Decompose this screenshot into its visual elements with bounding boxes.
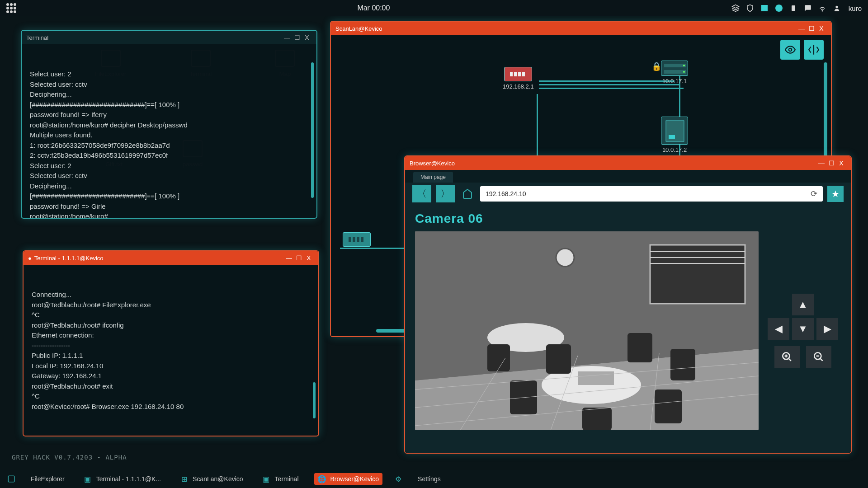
- terminal1-output[interactable]: Select user: 2Selected user: cctvDeciphe…: [22, 44, 316, 218]
- svg-rect-22: [650, 245, 745, 304]
- svg-point-3: [835, 6, 838, 8]
- svg-rect-50: [8, 476, 14, 482]
- task-browser[interactable]: 🌐Browser@Kevico: [314, 473, 383, 485]
- cam-left-button[interactable]: ◀: [768, 318, 789, 340]
- svg-rect-32: [627, 333, 652, 362]
- square-icon[interactable]: [760, 4, 769, 13]
- svg-rect-8: [518, 72, 521, 76]
- circle-icon[interactable]: [774, 4, 783, 13]
- browser-title: Browser@Kevico: [410, 160, 455, 167]
- maximize-button[interactable]: ☐: [292, 34, 302, 41]
- maximize-button[interactable]: ☐: [826, 160, 836, 167]
- node-server1-label: 10.0.17.1: [662, 78, 687, 84]
- terminal-window-1[interactable]: Terminal — ☐ X Select user: 2Selected us…: [21, 30, 317, 219]
- camera-feed: [415, 231, 759, 430]
- scan-split-tool[interactable]: [804, 40, 824, 60]
- close-button[interactable]: X: [302, 34, 312, 41]
- zoom-in-button[interactable]: [774, 346, 800, 368]
- svg-rect-10: [664, 64, 686, 67]
- home-button[interactable]: [459, 186, 476, 202]
- terminal2-output[interactable]: Connecting...root@Tedblachu:/root# FileE…: [24, 265, 318, 436]
- lock-icon: 🔒: [651, 61, 661, 71]
- chat-icon[interactable]: [803, 4, 812, 13]
- svg-rect-19: [361, 237, 363, 242]
- zoom-out-button[interactable]: [806, 346, 831, 368]
- topbar: Mar 00:00 kuro: [0, 0, 868, 16]
- wifi-icon[interactable]: [818, 4, 827, 13]
- cam-down-button[interactable]: ▼: [792, 318, 814, 340]
- username[interactable]: kuro: [849, 5, 862, 12]
- clipboard-icon[interactable]: [789, 4, 798, 13]
- globe-icon: 🌐: [318, 475, 326, 483]
- close-button[interactable]: X: [304, 254, 314, 262]
- scanlan-titlebar[interactable]: ScanLan@Kevico — ☐ X: [331, 22, 831, 35]
- svg-rect-33: [670, 349, 695, 380]
- svg-rect-18: [357, 237, 359, 242]
- cam-up-button[interactable]: ▲: [792, 294, 814, 315]
- bookmark-button[interactable]: ★: [827, 186, 844, 202]
- svg-point-2: [822, 10, 823, 11]
- browser-titlebar[interactable]: Browser@Kevico — ☐ X: [405, 156, 851, 170]
- svg-point-12: [683, 65, 685, 66]
- browser-tabs: Main page: [405, 170, 851, 183]
- reload-button[interactable]: ⟳: [811, 189, 817, 199]
- svg-marker-0: [732, 5, 739, 9]
- system-tray: kuro: [731, 4, 862, 13]
- svg-point-13: [683, 71, 685, 73]
- taskbar-menu-icon[interactable]: [7, 475, 15, 483]
- minimize-button[interactable]: —: [284, 254, 294, 262]
- scan-icon: ⊞: [180, 475, 188, 483]
- back-button[interactable]: 〈: [412, 185, 431, 202]
- scrollbar[interactable]: [313, 382, 316, 418]
- svg-rect-17: [353, 237, 355, 242]
- address-bar[interactable]: 192.168.24.10 ⟳: [480, 186, 823, 202]
- minimize-button[interactable]: —: [282, 34, 292, 41]
- terminal-window-2[interactable]: ● Terminal - 1.1.1.1@Kevico — ☐ X Connec…: [23, 250, 319, 436]
- forward-button[interactable]: 〉: [436, 185, 455, 202]
- node-switch[interactable]: [343, 232, 371, 247]
- task-settings[interactable]: Settings: [414, 474, 444, 484]
- task-fileexplorer[interactable]: FileExplorer: [27, 474, 68, 484]
- terminal1-title: Terminal: [26, 34, 48, 41]
- browser-window[interactable]: Browser@Kevico — ☐ X Main page 〈 〉 192.1…: [404, 155, 852, 454]
- layers-icon[interactable]: [731, 4, 740, 13]
- close-button[interactable]: X: [816, 25, 826, 32]
- apps-menu-icon[interactable]: [6, 3, 16, 13]
- camera-title: Camera 06: [415, 211, 841, 226]
- shield-icon[interactable]: [745, 4, 755, 13]
- node-server2[interactable]: 10.0.17.2: [661, 117, 688, 153]
- cam-right-button[interactable]: ▶: [816, 318, 838, 340]
- taskbar: FileExplorer ▣Terminal - 1.1.1.1@K... ⊞S…: [0, 470, 868, 488]
- scan-eye-tool[interactable]: [780, 40, 800, 60]
- svg-point-4: [789, 48, 792, 52]
- terminal1-titlebar[interactable]: Terminal — ☐ X: [22, 31, 316, 44]
- version-label: GREY HACK V0.7.4203 - ALPHA: [12, 454, 127, 461]
- browser-toolbar: 〈 〉 192.168.24.10 ⟳ ★: [405, 183, 851, 205]
- maximize-button[interactable]: ☐: [294, 254, 304, 262]
- close-button[interactable]: X: [836, 160, 846, 167]
- minimize-button[interactable]: —: [816, 160, 826, 167]
- node-server1[interactable]: 10.0.17.1: [661, 61, 688, 84]
- node-router[interactable]: 192.168.2.1: [503, 67, 534, 90]
- browser-tab-main[interactable]: Main page: [413, 172, 453, 183]
- svg-rect-9: [522, 72, 525, 76]
- record-icon: ●: [28, 255, 32, 262]
- maximize-button[interactable]: ☐: [807, 25, 816, 32]
- minimize-button[interactable]: —: [797, 25, 807, 32]
- svg-rect-30: [487, 344, 510, 371]
- svg-rect-7: [514, 72, 517, 76]
- task-scanlan[interactable]: ⊞ScanLan@Kevico: [176, 473, 247, 485]
- terminal2-titlebar[interactable]: ● Terminal - 1.1.1.1@Kevico — ☐ X: [24, 251, 318, 265]
- svg-rect-16: [349, 237, 351, 242]
- svg-rect-1: [792, 5, 795, 11]
- svg-point-26: [556, 249, 574, 267]
- scrollbar[interactable]: [311, 62, 314, 198]
- camera-controls: ▲ ◀ ▼ ▶: [768, 231, 838, 430]
- scanlan-title: ScanLan@Kevico: [335, 25, 382, 32]
- terminal-icon: ▣: [84, 475, 92, 483]
- task-terminal-remote[interactable]: ▣Terminal - 1.1.1.1@K...: [80, 473, 165, 485]
- user-icon[interactable]: [832, 4, 841, 13]
- gear-icon[interactable]: ⚙: [394, 475, 402, 483]
- task-terminal[interactable]: ▣Terminal: [259, 473, 302, 485]
- svg-rect-11: [664, 70, 686, 74]
